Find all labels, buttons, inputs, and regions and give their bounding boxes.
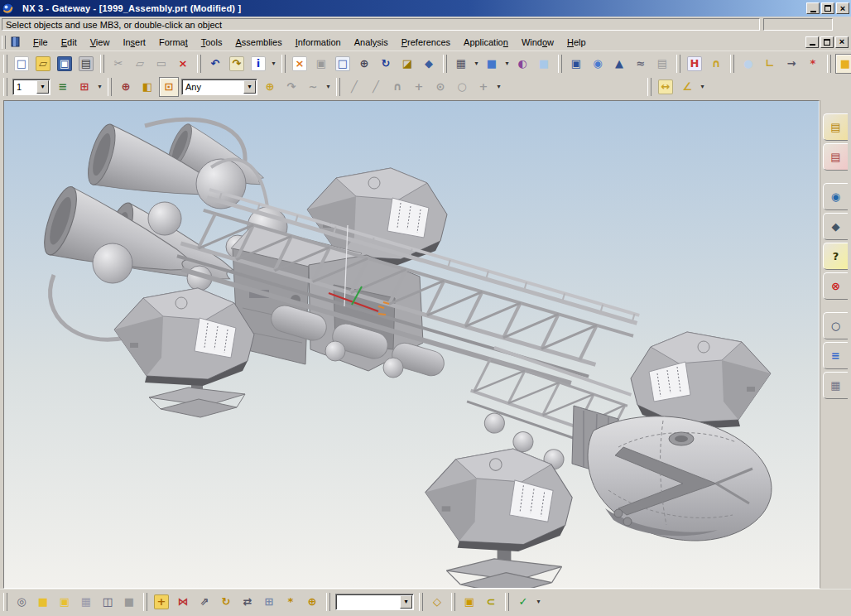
component-search-combo[interactable]: ▾	[335, 594, 414, 610]
snap-point-icon[interactable]: ⊕	[116, 77, 136, 97]
simple-distance-icon[interactable]: →	[781, 54, 801, 74]
perspective-icon[interactable]: ◆	[419, 54, 439, 74]
rotate-view-icon[interactable]: ↻	[376, 54, 396, 74]
add-component-icon[interactable]: +	[151, 592, 171, 612]
menu-application[interactable]: Application	[457, 36, 515, 49]
information-icon-dropdown[interactable]: ▾	[269, 54, 278, 74]
undo-icon[interactable]: ↶	[205, 54, 225, 74]
mdi-close-button[interactable]: ×	[835, 36, 849, 48]
product-outline-icon[interactable]: ▣	[55, 592, 75, 612]
web-browser-tab[interactable]: ◉	[823, 183, 848, 210]
mate-component-icon[interactable]: ⋈	[173, 592, 193, 612]
internet-tab[interactable]: ⊗	[823, 272, 848, 300]
general-selection-filter-icon[interactable]: ⊕	[260, 77, 280, 97]
update-structure-icon[interactable]: ✓	[513, 592, 533, 612]
reposition-component-icon[interactable]: ↻	[216, 592, 236, 612]
toolbar-grip[interactable]	[100, 55, 104, 73]
delete-icon[interactable]: ×	[173, 54, 193, 74]
examine-geometry-icon[interactable]: ●	[738, 54, 758, 74]
wireframe-display-icon-dropdown[interactable]: ▾	[472, 54, 481, 74]
pan-view-icon[interactable]: ◪	[397, 54, 417, 74]
help-tab[interactable]: ?	[823, 243, 848, 270]
menu-window[interactable]: Window	[515, 36, 560, 49]
measure-angle-icon[interactable]: ∠	[677, 77, 697, 97]
menubar-grip[interactable]	[2, 36, 6, 49]
print-icon[interactable]: ▤	[76, 54, 96, 74]
part-navigator-tab[interactable]: ▤	[823, 143, 848, 171]
toolbar-grip[interactable]	[558, 55, 562, 73]
menu-information[interactable]: Information	[289, 36, 348, 49]
scene-settings-icon[interactable]: ≈	[631, 54, 651, 74]
substitute-component-icon[interactable]: ⊕	[302, 592, 322, 612]
layer-settings-icon[interactable]: ≡	[53, 77, 73, 97]
make-work-part-icon[interactable]: ■	[33, 592, 53, 612]
clip-section-icon[interactable]: ⊂	[481, 592, 501, 612]
measure-angle-icon-dropdown[interactable]: ▾	[698, 77, 707, 97]
toolbar-grip[interactable]	[108, 78, 112, 96]
title-bar[interactable]: NX 3 - Gateway - [1999_Assembly.prt (Mod…	[0, 0, 851, 17]
move-component-icon[interactable]: ⇗	[195, 592, 214, 612]
mdi-minimize-button[interactable]	[805, 36, 819, 48]
open-part-icon[interactable]: ▱	[33, 54, 53, 74]
part-document-icon[interactable]	[9, 36, 22, 48]
face-curvature-icon[interactable]: ∩	[706, 54, 726, 74]
close-button[interactable]: ×	[836, 2, 849, 14]
work-layer-combo-arrow-icon[interactable]: ▾	[36, 80, 49, 94]
work-layer-combo[interactable]: 1▾	[12, 79, 50, 95]
partially-shaded-icon[interactable]: ◐	[512, 54, 532, 74]
graphics-window[interactable]	[3, 100, 820, 589]
visual-effects-icon[interactable]: ◉	[588, 54, 608, 74]
wireframe-display-icon[interactable]: ▦	[451, 54, 471, 74]
toolbar-grip[interactable]	[3, 78, 7, 96]
menu-edit[interactable]: Edit	[55, 36, 84, 49]
toolbar-grip[interactable]	[443, 55, 447, 73]
viewport-canvas[interactable]	[4, 101, 819, 588]
toolbar-grip[interactable]	[336, 78, 340, 96]
component-search-combo-arrow-icon[interactable]: ▾	[400, 595, 412, 609]
mdi-restore-button[interactable]	[820, 36, 834, 48]
studio-shaded-icon[interactable]: ■	[534, 54, 554, 74]
toolbar-grip[interactable]	[827, 55, 831, 73]
selection-filter-combo-arrow-icon[interactable]: ▾	[243, 80, 256, 94]
update-structure-icon-dropdown[interactable]: ▾	[534, 592, 543, 612]
toolbar-grip[interactable]	[419, 593, 423, 611]
menu-analysis[interactable]: Analysis	[348, 36, 395, 49]
layer-visibility-icon-dropdown[interactable]: ▾	[95, 77, 104, 97]
wave-geometry-linker-icon[interactable]: *	[281, 592, 300, 612]
assembly-navigator-tab[interactable]: ▤	[823, 113, 848, 141]
menu-assemblies[interactable]: Assemblies	[228, 36, 288, 49]
material-texture-icon[interactable]: ▲	[609, 54, 629, 74]
chain-curves-icon-dropdown[interactable]: ▾	[324, 77, 333, 97]
system-materials-tab[interactable]: ▦	[823, 372, 848, 399]
history-tab[interactable]: ○	[823, 312, 848, 339]
modeling-app-icon[interactable]: ■	[835, 54, 851, 74]
zoom-in-out-icon[interactable]: ⊕	[354, 54, 374, 74]
menu-tools[interactable]: Tools	[195, 36, 229, 49]
toolbar-grip[interactable]	[730, 55, 734, 73]
toolbar-grip[interactable]	[505, 593, 509, 611]
training-tab[interactable]: ◆	[823, 213, 848, 240]
zoom-box-icon[interactable]: □	[333, 54, 353, 74]
component-preview-icon[interactable]: ◫	[98, 592, 118, 612]
toolbar-grip[interactable]	[281, 55, 286, 73]
menu-preferences[interactable]: Preferences	[395, 36, 457, 49]
find-component-icon[interactable]: ◎	[12, 592, 31, 612]
minimize-button[interactable]	[806, 2, 820, 14]
layer-visibility-icon[interactable]: ⊞	[75, 77, 94, 97]
pattern-component-icon[interactable]: ⊞	[259, 592, 279, 612]
menu-insert[interactable]: Insert	[116, 36, 152, 49]
new-part-icon[interactable]: □	[12, 54, 31, 74]
menu-view[interactable]: View	[84, 36, 117, 49]
toolbar-grip[interactable]	[3, 55, 7, 73]
selection-scope-icon[interactable]: ⊡	[159, 77, 179, 97]
toolbar-grip[interactable]	[676, 55, 680, 73]
menu-file[interactable]: File	[26, 36, 55, 49]
toolbar-grip[interactable]	[647, 78, 651, 96]
toolbar-grip[interactable]	[143, 593, 147, 611]
palettes-tab[interactable]: ≡	[823, 342, 848, 369]
toolbar-grip[interactable]	[3, 593, 7, 611]
measure-bodies-icon[interactable]: ∟	[760, 54, 780, 74]
refresh-icon[interactable]: ×	[290, 54, 310, 74]
shaded-display-icon[interactable]: ■	[482, 54, 502, 74]
assembly-sequence-icon[interactable]: ▣	[459, 592, 479, 612]
